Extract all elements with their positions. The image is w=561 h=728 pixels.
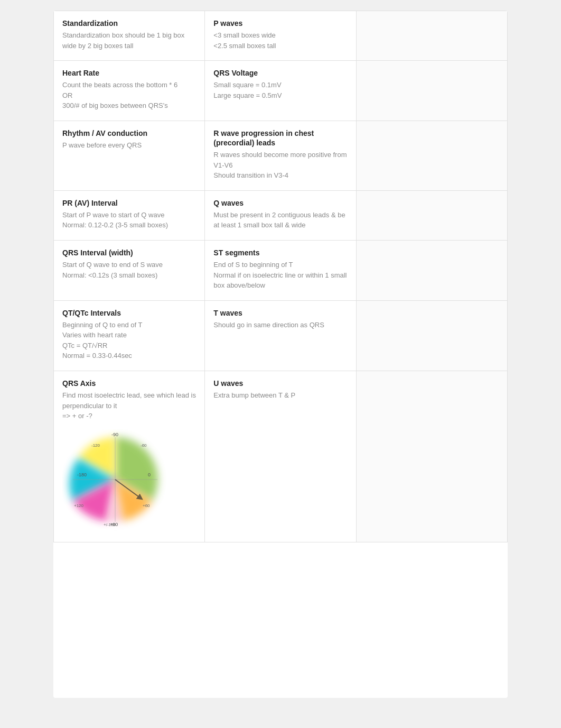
cell-title-q-waves: Q waves [213, 198, 347, 208]
cell-title-qrs-axis: QRS Axis [62, 379, 196, 388]
cell-title-qrs-voltage: QRS Voltage [213, 68, 347, 78]
cell-title-t-waves: T waves [213, 308, 347, 318]
cell-qrs-interval: QRS Interval (width)Start of Q wave to e… [54, 241, 205, 301]
cell-body-qt-qtc: Beginning of Q to end of TVaries with he… [62, 320, 196, 361]
cell-body-qrs-axis: Find most isoelectric lead, see which le… [62, 390, 196, 421]
svg-text:-120: -120 [91, 443, 100, 448]
cell-rhythm-av: Rhythm / AV conductionP wave before ever… [54, 121, 205, 191]
cell-empty-1 [357, 11, 508, 61]
cell-body-qrs-interval: Start of Q wave to end of S waveNormal: … [62, 260, 196, 280]
svg-text:+120: +120 [74, 503, 84, 508]
cell-r-wave-progression: R wave progression in chest (precordial)… [205, 121, 356, 191]
svg-text:-180: -180 [77, 472, 87, 477]
cell-q-waves: Q wavesMust be present in 2 contiguous l… [205, 191, 356, 241]
cell-pr-interval: PR (AV) IntervalStart of P wave to start… [54, 191, 205, 241]
cell-title-st-segments: ST segments [213, 248, 347, 257]
cell-qrs-voltage: QRS VoltageSmall square = 0.1mVLarge squ… [205, 61, 356, 121]
main-page: StandardizationStandardization box shoul… [53, 11, 508, 698]
cell-body-t-waves: Should go in same direction as QRS [213, 320, 347, 330]
cell-p-waves: P waves<3 small boxes wide<2.5 small box… [205, 11, 356, 61]
cell-empty-3 [357, 121, 508, 191]
cell-body-p-waves: <3 small boxes wide<2.5 small boxes tall [213, 30, 347, 51]
cell-body-r-wave-progression: R waves should become more positive from… [213, 150, 347, 181]
cell-st-segments: ST segmentsEnd of S to beginning of TNor… [205, 241, 356, 301]
cell-body-q-waves: Must be present in 2 contiguous leads & … [213, 210, 347, 231]
cell-title-r-wave-progression: R wave progression in chest (precordial)… [213, 128, 347, 148]
axis-diagram: -180 0 -90 +90 -120 -60 +120 +60 +/-180 [62, 427, 168, 532]
svg-text:-90: -90 [111, 432, 118, 437]
cell-u-waves: U wavesExtra bump between T & P [205, 371, 356, 542]
svg-text:+/-180: +/-180 [104, 522, 116, 527]
cell-t-waves: T wavesShould go in same direction as QR… [205, 301, 356, 371]
cell-body-rhythm-av: P wave before every QRS [62, 140, 196, 151]
cell-empty-5 [357, 241, 508, 301]
cell-qt-qtc: QT/QTc IntervalsBeginning of Q to end of… [54, 301, 205, 371]
content-grid: StandardizationStandardization box shoul… [53, 11, 508, 542]
cell-body-qrs-voltage: Small square = 0.1mVLarge square = 0.5mV [213, 80, 347, 100]
cell-title-heart-rate: Heart Rate [62, 68, 196, 78]
cell-body-st-segments: End of S to beginning of TNormal if on i… [213, 260, 347, 291]
svg-text:-60: -60 [141, 443, 147, 448]
cell-empty-6 [357, 301, 508, 371]
cell-title-qrs-interval: QRS Interval (width) [62, 248, 196, 257]
cell-empty-7 [357, 371, 508, 542]
svg-text:0: 0 [148, 472, 151, 477]
cell-empty-2 [357, 61, 508, 121]
cell-title-standardization: Standardization [62, 19, 196, 28]
cell-qrs-axis: QRS AxisFind most isoelectric lead, see … [54, 371, 205, 542]
cell-empty-4 [357, 191, 508, 241]
axis-diagram-container: -180 0 -90 +90 -120 -60 +120 +60 +/-180 [62, 427, 196, 532]
cell-heart-rate: Heart RateCount the beats across the bot… [54, 61, 205, 121]
cell-title-p-waves: P waves [213, 19, 347, 28]
cell-body-u-waves: Extra bump between T & P [213, 390, 347, 401]
svg-text:+60: +60 [143, 503, 150, 508]
cell-title-qt-qtc: QT/QTc Intervals [62, 308, 196, 318]
cell-title-rhythm-av: Rhythm / AV conduction [62, 128, 196, 138]
cell-title-u-waves: U waves [213, 379, 347, 388]
cell-standardization: StandardizationStandardization box shoul… [54, 11, 205, 61]
cell-body-standardization: Standardization box should be 1 big box … [62, 30, 196, 51]
cell-body-heart-rate: Count the beats across the bottom * 6OR3… [62, 80, 196, 111]
cell-title-pr-interval: PR (AV) Interval [62, 198, 196, 208]
cell-body-pr-interval: Start of P wave to start of Q waveNormal… [62, 210, 196, 231]
